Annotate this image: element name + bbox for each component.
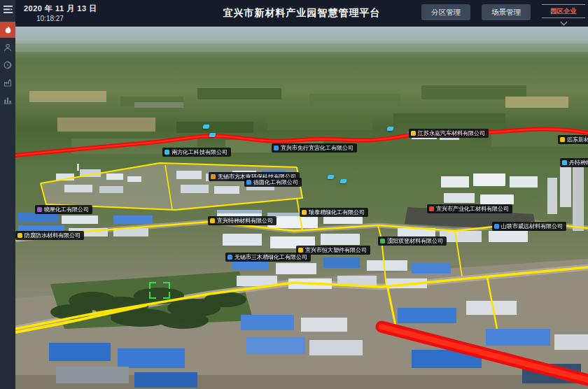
park-enterprise-dropdown[interactable]: 园区企业 — [542, 4, 585, 24]
company-label-text: 江苏永嘉汽车材料有限公司 — [418, 129, 485, 138]
company-label-text: 宜兴市先行宜营化工有限公司 — [281, 143, 354, 153]
menu-icon — [4, 6, 13, 13]
company-label[interactable]: 南方化工科技有限公司 — [162, 148, 231, 157]
company-label[interactable]: 瑞泰精细化工有限公司 — [300, 208, 368, 217]
company-label[interactable]: 防腐防水材料有限公司 — [15, 231, 84, 240]
company-category-icon — [429, 206, 434, 211]
company-label-text: 远东新材料有限公司 — [567, 135, 588, 144]
company-category-icon — [210, 218, 215, 223]
company-label-text: 瑞泰精细化工有限公司 — [309, 208, 365, 217]
company-category-icon — [227, 255, 232, 260]
company-label-text: 无锡市三木精细化工有限公司 — [234, 253, 307, 262]
sidebar-item-personnel[interactable] — [0, 39, 15, 55]
company-label[interactable]: 江苏永嘉汽车材料有限公司 — [409, 129, 489, 138]
flame-icon — [4, 26, 12, 34]
selection-corner — [163, 282, 170, 289]
company-label-text: 南方化工科技有限公司 — [172, 148, 227, 157]
company-label-text: 晓星化工有限公司 — [44, 205, 89, 214]
factory-icon — [4, 78, 12, 87]
top-header-bar: 2020 年 11 月 13 日 10:18:27 宜兴市新材料产业园智慧管理平… — [15, 0, 588, 27]
company-label-text: 防腐防水材料有限公司 — [24, 231, 80, 240]
company-label-text: 丹特种纤维有限公司 — [569, 158, 588, 167]
company-label[interactable]: 丹特种纤维有限公司 — [560, 158, 588, 167]
left-toolbar — [0, 0, 15, 389]
map-labels-layer: 南方化工科技有限公司宜兴市先行宜营化工有限公司江苏永嘉汽车材料有限公司远东新材料… — [15, 27, 588, 389]
sidebar-item-statistics[interactable] — [0, 92, 15, 108]
company-category-icon — [494, 224, 499, 229]
map-selection-brackets — [149, 282, 170, 299]
bar-chart-icon — [4, 96, 12, 104]
vehicle-marker-icon[interactable] — [327, 175, 334, 179]
company-category-icon — [411, 131, 416, 136]
company-category-icon — [380, 239, 385, 243]
company-category-icon — [560, 137, 565, 142]
company-label-text: 德圆化工有限公司 — [253, 178, 298, 187]
company-label[interactable]: 宜兴市产业化工材料有限公司 — [427, 204, 512, 213]
company-category-icon — [211, 174, 216, 179]
company-label[interactable]: 德圆化工有限公司 — [244, 178, 302, 187]
company-label[interactable]: 宜兴特种材料有限公司 — [208, 216, 276, 225]
company-label[interactable]: 山联市威远材料有限公司 — [492, 222, 566, 231]
app-window: 2020 年 11 月 13 日 10:18:27 宜兴市新材料产业园智慧管理平… — [0, 0, 588, 389]
vehicle-marker-icon[interactable] — [202, 125, 209, 129]
map-3d-viewport[interactable]: 南方化工科技有限公司宜兴市先行宜营化工有限公司江苏永嘉汽车材料有限公司远东新材料… — [15, 27, 588, 389]
company-label-text: 宜兴市恒大塑件有限公司 — [305, 246, 367, 255]
company-label-text: 宜兴市产业化工材料有限公司 — [436, 204, 509, 213]
scene-management-button[interactable]: 场景管理 — [482, 4, 531, 20]
vehicle-marker-icon[interactable] — [340, 179, 346, 183]
person-icon — [4, 43, 12, 52]
company-label[interactable]: 远东新材料有限公司 — [558, 135, 588, 144]
selection-corner — [163, 292, 170, 299]
gauge-icon — [4, 61, 12, 69]
sidebar-item-monitor[interactable] — [0, 57, 15, 73]
park-enterprise-label: 园区企业 — [542, 5, 585, 18]
sidebar-item-fire-monitor[interactable] — [0, 22, 15, 38]
menu-toggle-button[interactable] — [0, 0, 15, 18]
company-category-icon — [302, 210, 307, 215]
company-category-icon — [274, 146, 279, 150]
zone-management-button[interactable]: 分区管理 — [421, 4, 470, 20]
chevron-down-icon — [560, 19, 567, 26]
company-label-text: 山联市威远材料有限公司 — [501, 222, 563, 231]
vehicle-marker-icon[interactable] — [209, 133, 216, 137]
selection-corner — [149, 282, 156, 289]
vehicle-marker-icon[interactable] — [386, 127, 393, 131]
company-category-icon — [562, 160, 567, 165]
company-label[interactable]: 无锡市三木精细化工有限公司 — [225, 253, 311, 262]
company-category-icon — [37, 207, 42, 212]
company-label[interactable]: 晓星化工有限公司 — [35, 205, 92, 214]
company-category-icon — [246, 180, 251, 185]
company-category-icon — [18, 233, 22, 238]
company-label[interactable]: 宜兴市先行宜营化工有限公司 — [272, 143, 357, 153]
company-label[interactable]: 溧阳双登材料有限公司 — [378, 236, 447, 246]
header-actions: 分区管理 场景管理 园区企业 — [421, 4, 585, 24]
company-label-text: 宜兴特种材料有限公司 — [217, 216, 273, 225]
company-label-text: 溧阳双登材料有限公司 — [387, 236, 443, 246]
selection-corner — [149, 292, 156, 299]
sidebar-item-enterprise[interactable] — [0, 74, 15, 90]
company-category-icon — [164, 150, 169, 155]
company-category-icon — [298, 248, 303, 253]
